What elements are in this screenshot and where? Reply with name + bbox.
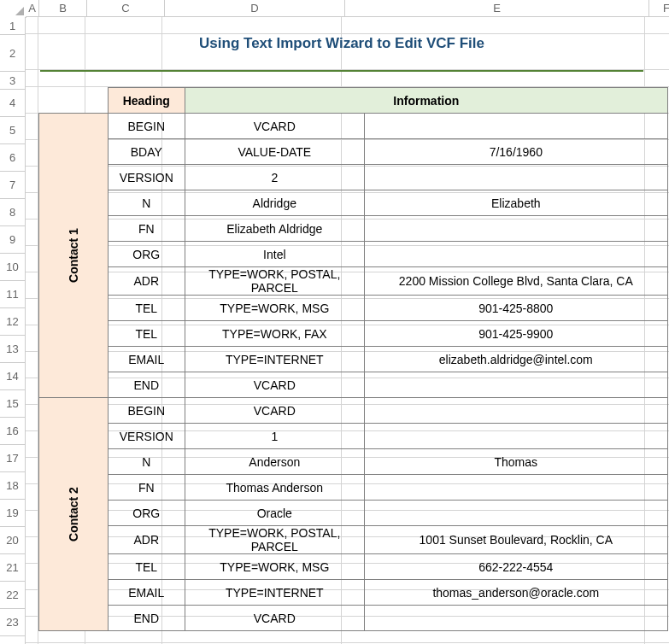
row-header-17[interactable]: 17: [0, 445, 26, 472]
data-cell[interactable]: [364, 606, 667, 631]
row-header-3[interactable]: 3: [0, 72, 26, 90]
data-cell[interactable]: END: [108, 372, 185, 398]
data-cell[interactable]: [364, 475, 667, 501]
cell-A23[interactable]: [26, 590, 38, 617]
data-cell[interactable]: elizabeth.aldridge@intel.com: [364, 347, 667, 372]
data-cell[interactable]: 2: [185, 165, 364, 190]
row-header-1[interactable]: 1: [0, 17, 26, 35]
data-cell[interactable]: VALUE-DATE: [185, 139, 364, 165]
data-cell[interactable]: [364, 398, 667, 424]
cell-A13[interactable]: [26, 325, 38, 352]
data-cell[interactable]: BEGIN: [108, 398, 185, 424]
data-cell[interactable]: VERSION: [108, 165, 185, 190]
cell-F1[interactable]: [645, 17, 669, 34]
row-header-5[interactable]: 5: [0, 117, 26, 144]
data-cell[interactable]: TYPE=WORK, POSTAL, PARCEL: [185, 526, 364, 554]
cell-A17[interactable]: [26, 431, 38, 458]
select-all-corner[interactable]: [0, 0, 26, 18]
cell-A21[interactable]: [26, 537, 38, 564]
cell-A8[interactable]: [26, 193, 38, 220]
data-cell[interactable]: TEL: [108, 321, 185, 347]
data-cell[interactable]: 2200 Mission College Blvd, Santa Clara, …: [364, 267, 667, 296]
row-header-9[interactable]: 9: [0, 226, 26, 254]
row-header-10[interactable]: 10: [0, 254, 26, 281]
row-header-6[interactable]: 6: [0, 144, 26, 172]
data-cell[interactable]: VERSION: [108, 424, 185, 449]
data-cell[interactable]: [364, 501, 667, 526]
data-cell[interactable]: TEL: [108, 554, 185, 580]
data-cell[interactable]: thomas_anderson@oracle.com: [364, 580, 667, 606]
data-cell[interactable]: FN: [108, 475, 185, 501]
row-header-16[interactable]: 16: [0, 418, 26, 445]
cell-A19[interactable]: [26, 484, 38, 511]
row-header-19[interactable]: 19: [0, 500, 26, 527]
data-cell[interactable]: EMAIL: [108, 580, 185, 606]
data-cell[interactable]: Elizabeth Aldridge: [185, 216, 364, 242]
data-cell[interactable]: 662-222-4554: [364, 554, 667, 580]
cell-F2[interactable]: [645, 34, 669, 70]
col-header-E[interactable]: E: [345, 0, 649, 17]
row-header-2[interactable]: 2: [0, 35, 26, 72]
row-header-24[interactable]: 24: [0, 636, 26, 644]
data-cell[interactable]: TYPE=INTERNET: [185, 347, 364, 372]
row-header-13[interactable]: 13: [0, 336, 26, 363]
data-cell[interactable]: Thomas: [364, 449, 667, 475]
data-cell[interactable]: 1001 Sunset Boulevard, Rocklin, CA: [364, 526, 667, 554]
row-header-11[interactable]: 11: [0, 281, 26, 308]
data-cell[interactable]: Thomas Anderson: [185, 475, 364, 501]
data-cell[interactable]: Oracle: [185, 501, 364, 526]
data-cell[interactable]: 7/16/1960: [364, 139, 667, 165]
contact-group-1[interactable]: Contact 1: [39, 114, 109, 398]
col-header-F[interactable]: F: [649, 0, 669, 17]
cell-A3[interactable]: [26, 70, 38, 87]
data-cell[interactable]: TYPE=WORK, MSG: [185, 554, 364, 580]
data-cell[interactable]: ADR: [108, 267, 185, 296]
data-cell[interactable]: VCARD: [185, 398, 364, 424]
data-cell[interactable]: TYPE=WORK, MSG: [185, 296, 364, 321]
data-cell[interactable]: FN: [108, 216, 185, 242]
data-cell[interactable]: BDAY: [108, 139, 185, 165]
data-cell[interactable]: [364, 242, 667, 267]
cell-A16[interactable]: [26, 405, 38, 431]
data-cell[interactable]: TYPE=WORK, FAX: [185, 321, 364, 347]
header-information[interactable]: Information: [185, 88, 667, 114]
cell-A5[interactable]: [26, 114, 38, 140]
data-cell[interactable]: [364, 114, 667, 139]
data-cell[interactable]: Elizabeth: [364, 190, 667, 216]
col-header-D[interactable]: D: [165, 0, 345, 17]
cell-A11[interactable]: [26, 272, 38, 299]
cell-A18[interactable]: [26, 458, 38, 484]
row-header-4[interactable]: 4: [0, 90, 26, 117]
data-cell[interactable]: VCARD: [185, 114, 364, 139]
data-cell[interactable]: [364, 424, 667, 449]
data-cell[interactable]: Aldridge: [185, 190, 364, 216]
cell-A12[interactable]: [26, 299, 38, 325]
cell-A20[interactable]: [26, 511, 38, 537]
data-cell[interactable]: ADR: [108, 526, 185, 554]
data-cell[interactable]: TEL: [108, 296, 185, 321]
data-cell[interactable]: 901-425-9900: [364, 321, 667, 347]
row-header-21[interactable]: 21: [0, 554, 26, 582]
cell-A1[interactable]: [26, 17, 38, 34]
data-cell[interactable]: N: [108, 190, 185, 216]
row-header-12[interactable]: 12: [0, 308, 26, 336]
cell-A24[interactable]: [26, 617, 38, 643]
cell-A15[interactable]: [26, 378, 38, 405]
cell-A2[interactable]: [26, 34, 38, 70]
data-cell[interactable]: [364, 216, 667, 242]
data-cell[interactable]: VCARD: [185, 606, 364, 631]
data-cell[interactable]: TYPE=INTERNET: [185, 580, 364, 606]
data-cell[interactable]: ORG: [108, 501, 185, 526]
contact-group-2[interactable]: Contact 2: [39, 398, 109, 631]
data-cell[interactable]: ORG: [108, 242, 185, 267]
col-header-C[interactable]: C: [87, 0, 165, 17]
cell-A6[interactable]: [26, 140, 38, 167]
data-cell[interactable]: [364, 372, 667, 398]
row-header-15[interactable]: 15: [0, 390, 26, 418]
data-cell[interactable]: BEGIN: [108, 114, 185, 139]
data-cell[interactable]: Anderson: [185, 449, 364, 475]
row-header-8[interactable]: 8: [0, 199, 26, 226]
header-heading[interactable]: Heading: [108, 88, 185, 114]
data-cell[interactable]: [364, 165, 667, 190]
cell-A14[interactable]: [26, 352, 38, 378]
